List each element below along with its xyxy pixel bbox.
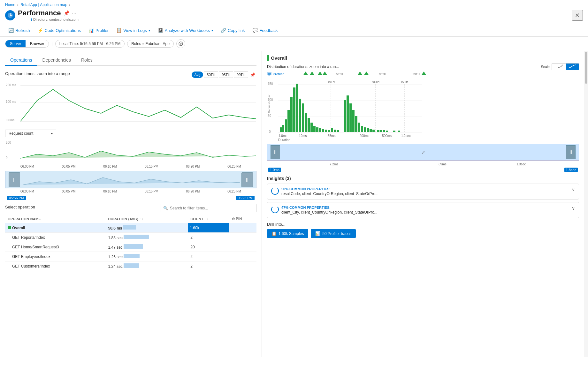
count-sort[interactable]: ↑↓: [205, 217, 209, 221]
search-wrap: 🔍: [161, 204, 256, 212]
p95-btn[interactable]: 95TH: [219, 72, 233, 78]
avg-btn[interactable]: Avg: [192, 72, 203, 78]
server-browser-toggle: Server Browser: [5, 40, 49, 48]
chart-pin-btn[interactable]: 📌: [249, 71, 256, 79]
range-right-handle[interactable]: [241, 172, 253, 187]
p50-btn[interactable]: 50TH: [204, 72, 218, 78]
dist-range-right[interactable]: [566, 145, 576, 159]
refresh-button[interactable]: 🔄 Refresh: [5, 26, 33, 34]
profiler-button[interactable]: 📊 Profiler: [85, 26, 112, 34]
profiler-traces-icon: 📊: [315, 231, 320, 236]
svg-rect-57: [328, 130, 330, 132]
col-pin: ⊙ PIN: [229, 215, 256, 223]
svg-rect-66: [358, 123, 360, 132]
view-logs-button[interactable]: 📋 View in Logs ▾: [113, 26, 153, 34]
svg-rect-56: [325, 130, 327, 132]
duration-sort[interactable]: ↑↓: [140, 217, 144, 221]
svg-rect-65: [355, 116, 357, 132]
scrollbar[interactable]: [584, 51, 588, 357]
app-link[interactable]: RetailApp | Application map: [20, 3, 67, 7]
server-filter-btn[interactable]: Server: [5, 40, 26, 47]
breadcrumb: Home › RetailApp | Application map ›: [5, 3, 583, 7]
samples-button[interactable]: 📋 1.60k Samples: [267, 229, 308, 238]
svg-rect-69: [367, 128, 369, 132]
time-range-filter[interactable]: Local Time: 5/16 5:56 PM - 6:26 PM: [55, 40, 125, 48]
insight-icon-1: [271, 187, 279, 195]
svg-text:200 ms: 200 ms: [6, 83, 16, 87]
copy-link-button[interactable]: 🔗 Copy link: [218, 26, 248, 34]
view-logs-icon: 📋: [116, 28, 122, 33]
overall-title: Overall: [267, 55, 579, 61]
svg-rect-77: [398, 131, 400, 132]
tab-operations[interactable]: Operations: [5, 55, 37, 66]
table-row[interactable]: GET Home/SmartRequest31.47 sec 20: [5, 242, 256, 252]
table-row[interactable]: GET Customers/Index1.24 sec 2: [5, 261, 256, 271]
range-end-time: 06:26 PM: [236, 196, 255, 200]
svg-rect-67: [361, 126, 363, 132]
view-logs-chevron: ▾: [149, 29, 150, 32]
svg-text:99TH: 99TH: [401, 80, 408, 83]
overall-bar-indicator: [267, 55, 269, 61]
mini-chart: 200 0: [5, 140, 257, 164]
pin-icon[interactable]: 📌: [64, 10, 70, 16]
svg-rect-40: [280, 127, 282, 132]
page-icon: [5, 10, 15, 20]
feedback-button[interactable]: 💬 Feedback: [249, 26, 281, 34]
insight-1-chevron[interactable]: ∨: [572, 187, 575, 192]
analyze-button[interactable]: 📓 Analyze with Workbooks ▾: [155, 26, 216, 34]
time-axis: 06:00 PM 06:05 PM 06:10 PM 06:15 PM 06:2…: [5, 165, 256, 168]
svg-marker-15: [303, 72, 308, 75]
tab-dependencies[interactable]: Dependencies: [37, 55, 76, 66]
op-count: 2: [188, 233, 229, 242]
op-name: GET Customers/Index: [12, 264, 50, 268]
svg-text:0: 0: [6, 156, 8, 160]
table-row[interactable]: GET Employees/Index1.26 sec 2: [5, 252, 256, 261]
op-count: 2: [188, 252, 229, 261]
svg-rect-52: [313, 126, 316, 132]
svg-text:Request count: Request count: [268, 94, 271, 113]
range-label-1: 7.2ms: [330, 162, 338, 166]
scrollbar-thumb[interactable]: [585, 52, 587, 84]
roles-filter[interactable]: Roles = Fabrikam-App: [127, 40, 174, 48]
svg-text:Duration: Duration: [278, 138, 290, 142]
copy-link-icon: 🔗: [221, 28, 226, 33]
dist-compress-icon[interactable]: ⤢: [421, 150, 425, 155]
tab-roles[interactable]: Roles: [76, 55, 98, 66]
op-bar: [124, 244, 143, 249]
table-row[interactable]: GET Reports/Index1.88 sec 2: [5, 233, 256, 242]
profiler-traces-button[interactable]: 📊 50 Profiler traces: [311, 229, 356, 238]
scale-log[interactable]: [566, 64, 579, 70]
chart-title: Operation times: zoom into a range: [5, 71, 70, 76]
code-opt-button[interactable]: ⚡ Code Optimizations: [34, 26, 84, 34]
svg-marker-18: [322, 72, 327, 75]
analyze-chevron: ▾: [211, 29, 213, 32]
overall-section: Overall Distribution of durations: zoom …: [267, 55, 579, 172]
dist-range-left[interactable]: [271, 145, 280, 159]
search-input[interactable]: [161, 204, 256, 212]
svg-rect-41: [282, 125, 284, 132]
select-operation-section: Select operation 🔍 OPERATION NAME DURATI…: [5, 204, 256, 271]
p99-btn[interactable]: 99TH: [234, 72, 248, 78]
range-start-time: 05:56 PM: [7, 196, 26, 200]
svg-text:1.2sec: 1.2sec: [401, 134, 410, 138]
request-count-dropdown[interactable]: Request count ▾: [5, 130, 56, 137]
svg-text:50TH: 50TH: [328, 80, 335, 83]
svg-text:50TH: 50TH: [336, 72, 343, 76]
browser-filter-btn[interactable]: Browser: [26, 40, 49, 47]
range-selector[interactable]: [5, 171, 256, 188]
svg-rect-59: [334, 130, 336, 132]
insight-2-chevron[interactable]: ∨: [572, 206, 575, 211]
scale-control: Scale: [541, 63, 579, 70]
svg-rect-44: [290, 97, 293, 132]
insight-2-desc: client_City, client_CountryOrRegion, cli…: [281, 210, 572, 215]
filter-options-btn[interactable]: [176, 39, 185, 48]
table-row[interactable]: Overall50.6 ms 1.60k: [5, 223, 256, 233]
more-options-icon[interactable]: ···: [72, 11, 76, 16]
close-button[interactable]: ✕: [572, 10, 583, 21]
dist-histogram: 150 100 50 0 Request count 50: [267, 78, 424, 142]
range-left-handle[interactable]: [9, 172, 20, 187]
scale-linear[interactable]: [552, 64, 566, 70]
home-link[interactable]: Home: [5, 3, 15, 7]
svg-rect-60: [337, 130, 339, 132]
dist-range-bar[interactable]: ⤢ 7.2ms 89ms 1.3sec: [267, 144, 579, 161]
